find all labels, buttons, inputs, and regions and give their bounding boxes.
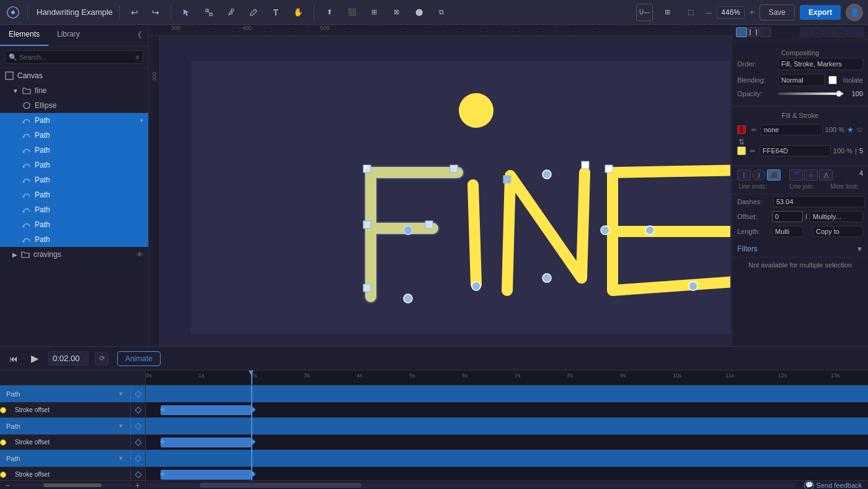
time-display[interactable]: 0:02.00: [48, 351, 89, 366]
fill-star-filled[interactable]: ★: [847, 125, 854, 134]
stroke-value[interactable]: FFE64D: [760, 145, 831, 156]
line-end-square[interactable]: ⬛: [767, 169, 781, 181]
timeline-zoom-minus[interactable]: −: [5, 480, 10, 490]
fill-value[interactable]: none: [761, 124, 823, 135]
line-join-round[interactable]: ∩: [804, 169, 818, 181]
pencil-tool[interactable]: [244, 4, 263, 21]
filters-arrow-icon[interactable]: ▼: [856, 245, 863, 253]
rp-icon-3[interactable]: [760, 27, 771, 37]
rp-icon-4[interactable]: [800, 27, 811, 37]
layer-path-4[interactable]: Path: [0, 158, 148, 173]
order-select[interactable]: Fill, Stroke, Markers: [778, 58, 863, 70]
line-join-bevel[interactable]: ⋀: [819, 169, 833, 181]
track-chevron-1[interactable]: ▼: [118, 390, 130, 397]
layer-path-9[interactable]: Path: [0, 232, 148, 247]
rp-icon-2[interactable]: [748, 27, 759, 37]
fill-edit-icon[interactable]: ✏: [750, 125, 758, 134]
timeline-zoom-plus[interactable]: +: [135, 480, 140, 490]
layer-ellipse[interactable]: Ellipse: [0, 98, 148, 113]
document-title[interactable]: Handwriting Example: [37, 7, 113, 17]
opacity-slider[interactable]: [778, 92, 843, 95]
text-tool[interactable]: T: [267, 4, 285, 21]
canvas-area[interactable]: 300 400 500 200: [149, 25, 732, 346]
dashes-input[interactable]: [773, 196, 865, 207]
node-tool[interactable]: [200, 4, 218, 21]
layer-path-7[interactable]: Path: [0, 202, 148, 217]
send-feedback-button[interactable]: 💬 Send feedback: [798, 480, 868, 490]
timeline-zoom-thumb[interactable]: [43, 483, 102, 487]
timeline-scroll-track[interactable]: [148, 483, 795, 488]
multiply-select[interactable]: Multiply...: [810, 211, 863, 222]
node-edit-tool-r[interactable]: U—: [636, 4, 653, 21]
app-logo[interactable]: [5, 4, 21, 20]
transform-tool[interactable]: ⬚: [681, 4, 700, 21]
redo-button[interactable]: ↪: [147, 4, 164, 21]
user-avatar[interactable]: 👤: [846, 4, 863, 21]
layer-path-6[interactable]: Path: [0, 187, 148, 202]
select-tool[interactable]: [177, 4, 196, 21]
stroke-swatch[interactable]: [737, 146, 746, 155]
fill-star-empty[interactable]: ☆: [856, 125, 863, 134]
rp-icon-8[interactable]: [847, 27, 864, 37]
tab-elements[interactable]: Elements: [0, 25, 48, 46]
undo-button[interactable]: ↩: [126, 4, 143, 21]
export-button[interactable]: Export: [800, 5, 841, 20]
play-button[interactable]: ▶: [27, 351, 42, 366]
line-join-miter[interactable]: ⌒: [789, 169, 803, 181]
canvas-viewport[interactable]: [160, 36, 732, 346]
layer-canvas[interactable]: Canvas: [0, 68, 148, 83]
mask-tool[interactable]: ⊠: [388, 4, 406, 21]
collapse-panel-button[interactable]: 《: [127, 25, 148, 46]
track-chevron-3[interactable]: ▼: [118, 455, 130, 462]
tab-library[interactable]: Library: [48, 25, 89, 46]
line-end-round[interactable]: ): [752, 169, 766, 181]
zoom-level[interactable]: 446%: [717, 6, 745, 19]
rp-icon-1[interactable]: [736, 27, 747, 37]
duplicate-tool[interactable]: ⧉: [432, 4, 451, 21]
align-tool[interactable]: ⬛: [343, 4, 361, 21]
rewind-button[interactable]: ⏮: [6, 351, 21, 366]
fill-paint-tool[interactable]: ⬤: [410, 4, 428, 21]
track-stroke-1[interactable]: Stroke offset: [0, 403, 145, 418]
copy-to-select[interactable]: Copy to: [813, 226, 863, 237]
cravings-eye-icon[interactable]: 👁: [136, 251, 143, 258]
pen-tool[interactable]: [222, 4, 241, 21]
layer-path-8[interactable]: Path: [0, 217, 148, 232]
stroke-width-value[interactable]: 5: [859, 147, 863, 155]
layer-path-3[interactable]: Path: [0, 143, 148, 158]
track-path-3[interactable]: Path ▼: [0, 450, 145, 467]
filters-label[interactable]: Filters: [737, 244, 758, 253]
search-input[interactable]: [5, 50, 143, 64]
rp-icon-5[interactable]: [812, 27, 823, 37]
layer-cravings-group[interactable]: ▶ cravings 👁: [0, 247, 148, 262]
loop-button[interactable]: ⟳: [95, 352, 108, 366]
isolate-checkbox[interactable]: [828, 76, 837, 84]
stroke-edit-icon[interactable]: ✏: [748, 146, 757, 155]
timeline-scroll-thumb[interactable]: [200, 483, 361, 488]
view-tool[interactable]: ⊞: [365, 4, 384, 21]
length-input[interactable]: [772, 226, 803, 237]
blending-select[interactable]: Normal: [778, 74, 825, 86]
fill-x-icon[interactable]: [737, 125, 746, 134]
track-path-2[interactable]: Path ▼: [0, 418, 145, 435]
line-end-butt[interactable]: |: [737, 169, 751, 181]
layer-path-5[interactable]: Path: [0, 173, 148, 187]
layer-fine-group[interactable]: ▼ fine: [0, 83, 148, 98]
zoom-plus-btn[interactable]: +: [750, 7, 755, 17]
timeline-zoom-track[interactable]: [14, 483, 131, 487]
track-chevron-2[interactable]: ▼: [118, 423, 130, 429]
align-top-tool[interactable]: ⬆: [321, 4, 339, 21]
rp-icon-6[interactable]: [823, 27, 835, 37]
hand-tool[interactable]: ✋: [289, 4, 308, 21]
track-path-1[interactable]: Path ▼: [0, 385, 145, 403]
layer-path-2[interactable]: Path: [0, 128, 148, 143]
rp-icon-7[interactable]: [835, 27, 846, 37]
animate-button[interactable]: Animate: [117, 351, 161, 366]
track-stroke-2[interactable]: Stroke offset: [0, 435, 145, 450]
grid-tool[interactable]: ⊞: [658, 4, 676, 21]
save-button[interactable]: Save: [760, 4, 795, 20]
filter-icon[interactable]: ≡: [136, 53, 140, 61]
swap-icon[interactable]: ⇅: [738, 138, 745, 146]
track-stroke-3[interactable]: Stroke offset: [0, 467, 145, 480]
offset-input[interactable]: [772, 211, 803, 222]
